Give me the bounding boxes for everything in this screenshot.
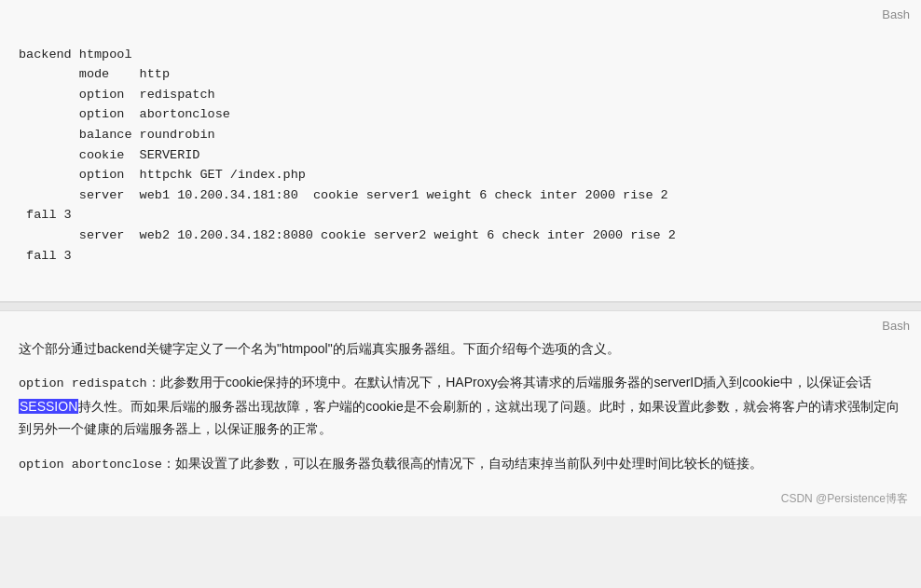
option-abortonclose-label: option abortonclose [19,458,162,472]
code-block: backend htmpool mode http option redispa… [19,15,902,286]
text-para-1: 这个部分通过backend关键字定义了一个名为"htmpool"的后端真实服务器… [19,337,902,361]
text-content: 这个部分通过backend关键字定义了一个名为"htmpool"的后端真实服务器… [19,328,902,476]
code-line-8: server web1 10.200.34.181:80 cookie serv… [19,188,668,202]
code-line-4: option abortonclose [19,107,230,121]
code-line-5: balance roundrobin [19,128,215,142]
code-line-1: backend htmpool [19,48,132,62]
code-section-label: Bash [882,7,910,21]
code-line-11: fall 3 [19,249,72,263]
option-redispatch-label: option redispatch [19,376,147,390]
code-line-7: option httpchk GET /index.php [19,168,306,182]
code-section: Bash backend htmpool mode http option re… [0,0,921,302]
code-line-6: cookie SERVERID [19,148,199,162]
code-line-2: mode http [19,67,170,81]
section-divider [0,302,921,311]
text-para-2: option redispatch：此参数用于cookie保持的环境中。在默认情… [19,371,902,441]
session-highlight: SESSION [19,399,78,414]
code-line-3: option redispatch [19,88,215,102]
text-section-label: Bash [882,319,910,333]
text-section: Bash 这个部分通过backend关键字定义了一个名为"htmpool"的后端… [0,311,921,516]
code-line-9: fall 3 [19,208,72,222]
watermark: CSDN @Persistence博客 [781,491,908,507]
code-line-10: server web2 10.200.34.182:8080 cookie se… [19,228,676,242]
text-para-3: option abortonclose：如果设置了此参数，可以在服务器负载很高的… [19,452,902,476]
